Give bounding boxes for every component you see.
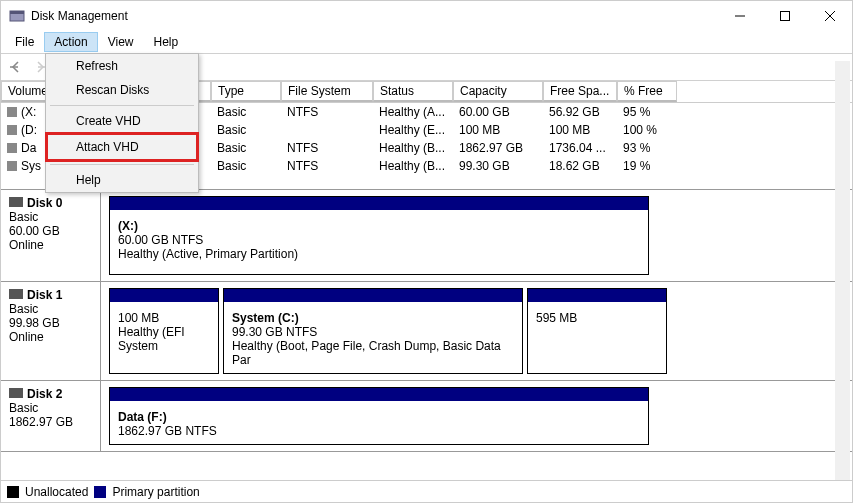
status-cell: Healthy (B... — [373, 139, 453, 157]
partition-name: (X:) — [118, 219, 640, 233]
type-cell: Basic — [211, 121, 281, 139]
back-button[interactable] — [5, 56, 27, 78]
maximize-button[interactable] — [762, 1, 807, 31]
app-icon — [9, 8, 25, 24]
pct-cell: 100 % — [617, 121, 677, 139]
free-cell: 100 MB — [543, 121, 617, 139]
fs-cell: NTFS — [281, 157, 373, 175]
legend-unallocated: Unallocated — [25, 485, 88, 499]
disk-state: Online — [9, 330, 92, 344]
disk-row: Disk 1Basic99.98 GBOnline100 MBHealthy (… — [1, 282, 852, 381]
col-free[interactable]: Free Spa... — [543, 81, 617, 102]
disk-partitions: (X:)60.00 GB NTFSHealthy (Active, Primar… — [101, 190, 852, 281]
pct-cell: 93 % — [617, 139, 677, 157]
svg-rect-3 — [780, 12, 789, 21]
partition-name: Data (F:) — [118, 410, 640, 424]
fs-cell — [281, 121, 373, 139]
free-cell: 56.92 GB — [543, 103, 617, 121]
menu-file[interactable]: File — [5, 32, 44, 52]
svg-rect-1 — [10, 11, 24, 14]
partition[interactable]: 595 MB — [527, 288, 667, 374]
partition[interactable]: System (C:)99.30 GB NTFSHealthy (Boot, P… — [223, 288, 523, 374]
free-cell: 1736.04 ... — [543, 139, 617, 157]
partition-stripe — [110, 289, 218, 302]
dropdown-separator — [50, 164, 194, 165]
disk-name: Disk 0 — [9, 196, 92, 210]
disk-pane: Disk 0Basic60.00 GBOnline(X:)60.00 GB NT… — [1, 189, 852, 480]
menu-help[interactable]: Help — [144, 32, 189, 52]
title-bar: Disk Management — [1, 1, 852, 31]
disk-size: 99.98 GB — [9, 316, 92, 330]
partition-stripe — [110, 197, 648, 210]
disk-partitions: Data (F:)1862.97 GB NTFS — [101, 381, 852, 451]
partition-status: Healthy (EFI System — [118, 325, 210, 353]
disk-info[interactable]: Disk 2Basic1862.97 GB — [1, 381, 101, 451]
col-filesystem[interactable]: File System — [281, 81, 373, 102]
partition-stripe — [528, 289, 666, 302]
dropdown-separator — [50, 105, 194, 106]
partition-status: Healthy (Boot, Page File, Crash Dump, Ba… — [232, 339, 514, 367]
fs-cell: NTFS — [281, 103, 373, 121]
legend: Unallocated Primary partition — [1, 480, 852, 502]
partition-status: Healthy (Active, Primary Partition) — [118, 247, 640, 261]
col-capacity[interactable]: Capacity — [453, 81, 543, 102]
disk-type: Basic — [9, 302, 92, 316]
disk-name: Disk 2 — [9, 387, 92, 401]
col-status[interactable]: Status — [373, 81, 453, 102]
disk-size: 60.00 GB — [9, 224, 92, 238]
partition-stripe — [110, 388, 648, 401]
scrollbar[interactable] — [835, 61, 850, 480]
disk-row: Disk 2Basic1862.97 GBData (F:)1862.97 GB… — [1, 381, 852, 452]
disk-partitions: 100 MBHealthy (EFI SystemSystem (C:)99.3… — [101, 282, 852, 380]
partition-size: 595 MB — [536, 311, 658, 325]
capacity-cell: 100 MB — [453, 121, 543, 139]
partition-size: 1862.97 GB NTFS — [118, 424, 640, 438]
partition-name: System (C:) — [232, 311, 514, 325]
type-cell: Basic — [211, 139, 281, 157]
window-title: Disk Management — [31, 9, 717, 23]
status-cell: Healthy (A... — [373, 103, 453, 121]
menu-bar: File Action View Help — [1, 31, 852, 53]
fs-cell: NTFS — [281, 139, 373, 157]
disk-info[interactable]: Disk 1Basic99.98 GBOnline — [1, 282, 101, 380]
primary-swatch — [94, 486, 106, 498]
disk-type: Basic — [9, 401, 92, 415]
partition[interactable]: Data (F:)1862.97 GB NTFS — [109, 387, 649, 445]
disk-size: 1862.97 GB — [9, 415, 92, 429]
partition-size: 99.30 GB NTFS — [232, 325, 514, 339]
status-cell: Healthy (E... — [373, 121, 453, 139]
menu-view[interactable]: View — [98, 32, 144, 52]
col-pctfree[interactable]: % Free — [617, 81, 677, 102]
partition[interactable]: (X:)60.00 GB NTFSHealthy (Active, Primar… — [109, 196, 649, 275]
type-cell: Basic — [211, 157, 281, 175]
help-item[interactable]: Help — [46, 168, 198, 192]
attach-vhd-item[interactable]: Attach VHD — [46, 133, 198, 161]
unallocated-swatch — [7, 486, 19, 498]
pct-cell: 95 % — [617, 103, 677, 121]
partition-size: 60.00 GB NTFS — [118, 233, 640, 247]
disk-name: Disk 1 — [9, 288, 92, 302]
partition[interactable]: 100 MBHealthy (EFI System — [109, 288, 219, 374]
pct-cell: 19 % — [617, 157, 677, 175]
menu-action[interactable]: Action — [44, 32, 97, 52]
disk-type: Basic — [9, 210, 92, 224]
status-cell: Healthy (B... — [373, 157, 453, 175]
refresh-item[interactable]: Refresh — [46, 54, 198, 78]
capacity-cell: 60.00 GB — [453, 103, 543, 121]
disk-row: Disk 0Basic60.00 GBOnline(X:)60.00 GB NT… — [1, 190, 852, 282]
rescan-disks-item[interactable]: Rescan Disks — [46, 78, 198, 102]
capacity-cell: 99.30 GB — [453, 157, 543, 175]
free-cell: 18.62 GB — [543, 157, 617, 175]
disk-state: Online — [9, 238, 92, 252]
close-button[interactable] — [807, 1, 852, 31]
partition-stripe — [224, 289, 522, 302]
disk-info[interactable]: Disk 0Basic60.00 GBOnline — [1, 190, 101, 281]
capacity-cell: 1862.97 GB — [453, 139, 543, 157]
create-vhd-item[interactable]: Create VHD — [46, 109, 198, 133]
minimize-button[interactable] — [717, 1, 762, 31]
action-dropdown: Refresh Rescan Disks Create VHD Attach V… — [45, 53, 199, 193]
legend-primary: Primary partition — [112, 485, 199, 499]
col-type[interactable]: Type — [211, 81, 281, 102]
type-cell: Basic — [211, 103, 281, 121]
partition-size: 100 MB — [118, 311, 210, 325]
